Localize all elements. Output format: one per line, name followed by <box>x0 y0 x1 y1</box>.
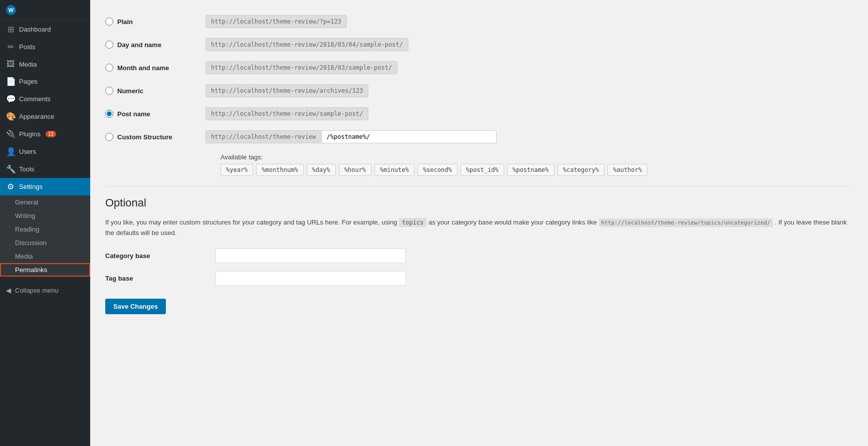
pages-icon: 📄 <box>6 77 15 86</box>
tools-icon: 🔧 <box>6 164 15 174</box>
category-base-row: Category base <box>105 249 853 263</box>
tag-button[interactable]: %second% <box>417 164 458 176</box>
permalink-option-plain: Plain http://localhost/theme-review/?p=1… <box>105 10 853 33</box>
tag-button[interactable]: %day% <box>307 164 336 176</box>
tag-button[interactable]: %minute% <box>374 164 414 176</box>
sidebar-item-plugins[interactable]: 🔌 Plugins 13 <box>0 125 90 143</box>
permalink-options-section: Plain http://localhost/theme-review/?p=1… <box>105 10 853 176</box>
sidebar-item-tools[interactable]: 🔧 Tools <box>0 160 90 178</box>
tag-button[interactable]: %monthnum% <box>256 164 303 176</box>
wp-logo: W <box>0 0 90 21</box>
sidebar-item-label: Settings <box>19 183 43 190</box>
day-name-url: http://localhost/theme-review/2018/03/04… <box>205 38 408 51</box>
month-name-url: http://localhost/theme-review/2018/03/sa… <box>205 61 397 74</box>
optional-desc-middle: as your category base would make your ca… <box>428 218 597 226</box>
example-url: http://localhost/theme-review/topics/unc… <box>599 218 773 227</box>
users-icon: 👤 <box>6 147 15 156</box>
day-name-label[interactable]: Day and name <box>105 41 195 49</box>
category-base-label: Category base <box>105 252 205 260</box>
custom-label[interactable]: Custom Structure <box>105 133 195 141</box>
tag-button[interactable]: %author% <box>607 164 647 176</box>
tag-button[interactable]: %hour% <box>339 164 371 176</box>
sidebar-item-settings[interactable]: ⚙ Settings <box>0 178 90 195</box>
submenu-permalinks[interactable]: Permalinks <box>0 263 90 277</box>
optional-section: Optional If you like, you may enter cust… <box>105 196 853 314</box>
tag-button[interactable]: %category% <box>557 164 604 176</box>
custom-radio[interactable] <box>105 133 113 141</box>
tag-button[interactable]: %year% <box>221 164 253 176</box>
comments-icon: 💬 <box>6 94 15 104</box>
permalink-option-month-name: Month and name http://localhost/theme-re… <box>105 56 853 79</box>
plain-radio[interactable] <box>105 18 113 26</box>
sidebar-item-pages[interactable]: 📄 Pages <box>0 73 90 90</box>
permalink-option-numeric: Numeric http://localhost/theme-review/ar… <box>105 79 853 102</box>
day-name-radio[interactable] <box>105 41 113 49</box>
month-name-label[interactable]: Month and name <box>105 64 195 72</box>
available-tags-label: Available tags: <box>221 153 853 161</box>
custom-structure-row: http://localhost/theme-review <box>205 130 497 143</box>
numeric-label[interactable]: Numeric <box>105 87 195 95</box>
post-name-label[interactable]: Post name <box>105 110 195 118</box>
tag-base-label: Tag base <box>105 275 205 282</box>
plain-label[interactable]: Plain <box>105 18 195 26</box>
topics-code: topics <box>399 218 426 227</box>
sidebar-item-label: Tools <box>19 165 34 173</box>
collapse-icon: ◀ <box>6 287 11 294</box>
sidebar-item-label: Posts <box>19 43 36 51</box>
sidebar-item-label: Dashboard <box>19 26 51 33</box>
sidebar: W ⊞ Dashboard ✏ Posts 🖼 Media 📄 Pages 💬 … <box>0 0 90 446</box>
plain-url: http://localhost/theme-review/?p=123 <box>205 15 347 28</box>
collapse-label: Collapse menu <box>15 287 59 294</box>
sidebar-item-appearance[interactable]: 🎨 Appearance <box>0 108 90 125</box>
plugins-badge: 13 <box>46 131 56 137</box>
sidebar-item-label: Plugins <box>19 130 41 138</box>
numeric-url: http://localhost/theme-review/archives/1… <box>205 84 368 97</box>
collapse-menu-button[interactable]: ◀ Collapse menu <box>0 282 90 299</box>
optional-title: Optional <box>105 196 853 209</box>
month-name-radio[interactable] <box>105 64 113 72</box>
category-base-input[interactable] <box>215 249 406 263</box>
optional-description: If you like, you may enter custom struct… <box>105 217 853 239</box>
submenu-media[interactable]: Media <box>0 250 90 263</box>
posts-icon: ✏ <box>6 42 15 52</box>
settings-submenu: General Writing Reading Discussion Media… <box>0 195 90 277</box>
media-icon: 🖼 <box>6 60 15 69</box>
sidebar-item-posts[interactable]: ✏ Posts <box>0 38 90 56</box>
sidebar-item-media[interactable]: 🖼 Media <box>0 56 90 73</box>
plugins-icon: 🔌 <box>6 129 15 139</box>
submenu-writing[interactable]: Writing <box>0 209 90 222</box>
optional-desc-before: If you like, you may enter custom struct… <box>105 218 397 226</box>
tags-row: %year%%monthnum%%day%%hour%%minute%%seco… <box>221 164 853 176</box>
tag-button[interactable]: %postname% <box>507 164 554 176</box>
tag-base-input[interactable] <box>215 271 406 286</box>
permalink-option-custom: Custom Structure http://localhost/theme-… <box>105 125 853 148</box>
numeric-radio[interactable] <box>105 87 113 95</box>
post-name-url: http://localhost/theme-review/sample-pos… <box>205 107 368 120</box>
post-name-radio[interactable] <box>105 110 113 118</box>
save-changes-button[interactable]: Save Changes <box>105 299 166 314</box>
settings-icon: ⚙ <box>6 182 15 191</box>
tag-button[interactable]: %post_id% <box>461 164 504 176</box>
sidebar-item-comments[interactable]: 💬 Comments <box>0 90 90 108</box>
sidebar-item-label: Pages <box>19 78 38 85</box>
sidebar-item-label: Appearance <box>19 113 54 120</box>
wp-icon: W <box>6 5 16 15</box>
dashboard-icon: ⊞ <box>6 25 15 34</box>
sidebar-item-label: Media <box>19 61 37 68</box>
sidebar-item-dashboard[interactable]: ⊞ Dashboard <box>0 21 90 38</box>
custom-url-prefix: http://localhost/theme-review <box>205 130 321 143</box>
tag-base-row: Tag base <box>105 271 853 286</box>
permalink-option-day-name: Day and name http://localhost/theme-revi… <box>105 33 853 56</box>
submenu-general[interactable]: General <box>0 195 90 209</box>
appearance-icon: 🎨 <box>6 112 15 121</box>
sidebar-item-label: Users <box>19 148 36 155</box>
permalink-option-post-name: Post name http://localhost/theme-review/… <box>105 102 853 125</box>
submenu-discussion[interactable]: Discussion <box>0 236 90 250</box>
sidebar-item-label: Comments <box>19 95 51 103</box>
custom-url-input[interactable] <box>321 130 497 143</box>
submenu-reading[interactable]: Reading <box>0 222 90 236</box>
sidebar-item-users[interactable]: 👤 Users <box>0 143 90 160</box>
main-content: Plain http://localhost/theme-review/?p=1… <box>90 0 868 446</box>
